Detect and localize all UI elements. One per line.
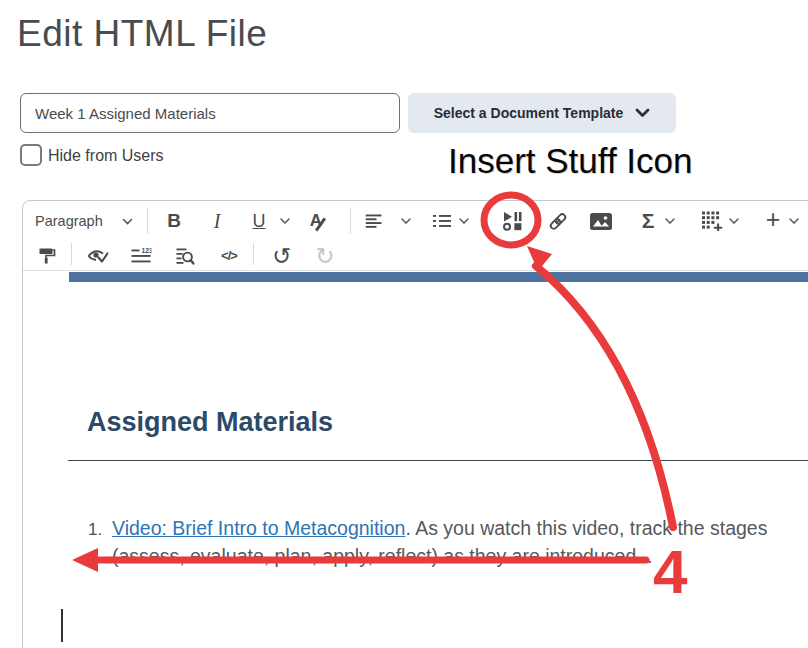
list-item-line2: (assess, evaluate, plan, apply, reflect)… <box>112 542 653 570</box>
chevron-down-icon <box>122 218 133 225</box>
insert-stuff-icon <box>502 211 522 231</box>
code-icon: </> <box>221 248 237 263</box>
bold-button[interactable]: B <box>167 201 181 241</box>
redo-icon: ↻ <box>315 243 334 269</box>
bold-icon: B <box>167 210 181 232</box>
document-heading: Assigned Materials <box>87 407 333 438</box>
insert-more-dropdown-chevron[interactable] <box>789 201 799 241</box>
plus-icon: + <box>766 205 781 234</box>
chevron-down-icon <box>789 218 799 224</box>
find-in-document-icon <box>176 247 195 265</box>
chevron-down-icon <box>401 218 411 224</box>
edit-html-file-page: Edit HTML File Select a Document Templat… <box>0 0 808 648</box>
toolbar-separator <box>350 208 351 234</box>
font-color-icon: A <box>310 211 322 231</box>
template-select-label: Select a Document Template <box>434 105 624 121</box>
source-code-button[interactable]: </> <box>221 241 237 270</box>
align-dropdown-chevron[interactable] <box>401 201 411 241</box>
editor-toolbar: Paragraph B I U A <box>23 201 808 271</box>
chevron-down-icon <box>280 218 290 224</box>
underline-icon: U <box>253 211 266 232</box>
insert-stuff-button[interactable] <box>502 201 522 241</box>
image-icon <box>590 213 612 230</box>
underline-button[interactable]: U <box>253 201 266 241</box>
insert-image-button[interactable] <box>590 201 612 241</box>
toolbar-separator <box>147 208 148 234</box>
text-cursor <box>61 609 63 642</box>
sigma-icon: Σ <box>642 209 655 233</box>
list-button[interactable] <box>433 201 451 241</box>
paragraph-style-label: Paragraph <box>35 213 103 229</box>
font-color-button[interactable]: A <box>310 201 322 241</box>
italic-button[interactable]: I <box>214 201 221 241</box>
insert-table-button[interactable] <box>702 201 723 241</box>
accessibility-checker-button[interactable] <box>88 241 109 270</box>
list-dropdown-chevron[interactable] <box>459 201 469 241</box>
align-left-icon <box>366 214 383 228</box>
undo-icon: ↺ <box>272 243 291 269</box>
video-link[interactable]: Video: Brief Intro to Metacognition <box>112 517 405 539</box>
chevron-down-icon <box>635 108 650 118</box>
equation-dropdown-chevron[interactable] <box>665 201 675 241</box>
undo-button[interactable]: ↺ <box>272 241 291 270</box>
html-editor: Paragraph B I U A <box>22 200 808 648</box>
table-dropdown-chevron[interactable] <box>729 201 739 241</box>
toolbar-separator <box>71 243 72 265</box>
svg-text:123: 123 <box>142 248 152 254</box>
insert-link-button[interactable] <box>548 201 569 241</box>
word-count-icon: 123 <box>131 248 152 264</box>
table-icon <box>702 211 723 231</box>
insert-stuff-annotation-label: Insert Stuff Icon <box>448 141 693 181</box>
bullet-list-icon <box>433 214 451 228</box>
preview-button[interactable] <box>176 241 195 270</box>
italic-icon: I <box>214 210 221 233</box>
underline-dropdown-chevron[interactable] <box>280 201 290 241</box>
eye-check-icon <box>88 248 109 264</box>
template-select-button[interactable]: Select a Document Template <box>408 93 676 133</box>
toolbar-separator <box>253 243 254 265</box>
editor-content-area[interactable]: Assigned Materials 1.Video: Brief Intro … <box>23 271 808 648</box>
hide-from-users-label: Hide from Users <box>48 147 164 165</box>
list-marker: 1. <box>88 516 112 544</box>
redo-button[interactable]: ↻ <box>315 241 334 270</box>
list-item: 1.Video: Brief Intro to Metacognition. A… <box>88 514 767 544</box>
chevron-down-icon <box>459 218 469 224</box>
list-item-text: . As you watch this video, track the sta… <box>405 517 767 539</box>
insert-more-button[interactable]: + <box>766 201 781 241</box>
heading-rule <box>68 460 808 461</box>
paint-roller-icon <box>38 247 56 264</box>
file-title-input[interactable] <box>20 93 400 133</box>
document-accent-bar <box>69 272 808 282</box>
word-count-button[interactable]: 123 <box>131 241 152 270</box>
paragraph-style-dropdown[interactable]: Paragraph <box>33 201 135 241</box>
format-painter-button[interactable] <box>38 241 56 270</box>
link-icon <box>548 211 569 232</box>
page-title: Edit HTML File <box>17 13 267 55</box>
equation-button[interactable]: Σ <box>642 201 655 241</box>
hide-from-users-checkbox[interactable] <box>20 144 42 166</box>
align-button[interactable] <box>366 201 383 241</box>
chevron-down-icon <box>729 218 739 224</box>
chevron-down-icon <box>665 218 675 224</box>
